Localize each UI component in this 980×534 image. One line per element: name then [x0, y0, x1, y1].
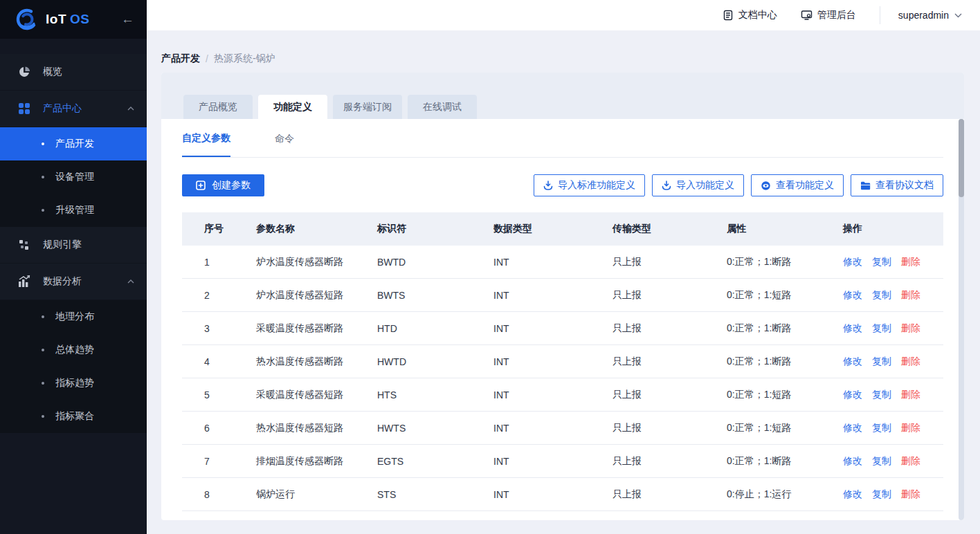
table-row: 7 排烟温度传感器断路 EGTS INT 只上报 0:正常；1:断路 修改 复制… — [182, 445, 943, 478]
copy-link[interactable]: 复制 — [872, 256, 891, 267]
cell-attribute: 0:正常；1:短路 — [711, 289, 825, 302]
sidebar-item-data-analysis[interactable]: 数据分析 — [0, 264, 147, 300]
sidebar-item-upgrade-management[interactable]: 升级管理 — [0, 194, 147, 227]
sidebar-item-product-development[interactable]: 产品开发 — [0, 127, 147, 160]
chevron-down-icon — [954, 13, 962, 18]
sidebar-item-device-management[interactable]: 设备管理 — [0, 160, 147, 194]
edit-link[interactable]: 修改 — [843, 389, 862, 400]
edit-link[interactable]: 修改 — [843, 455, 862, 466]
cell-identifier: HTD — [361, 323, 477, 334]
main-area: 文档中心 管理后台 superadmin 产品开发 / 热源系统-锅炉 产品概览… — [147, 0, 980, 534]
cell-index: 4 — [182, 356, 237, 367]
sidebar-item-product-center[interactable]: 产品中心 — [0, 91, 147, 127]
tab-product-overview[interactable]: 产品概览 — [183, 95, 253, 119]
sidebar-item-metric-trend[interactable]: 指标趋势 — [0, 367, 147, 400]
sidebar-item-label: 产品开发 — [55, 138, 94, 150]
delete-link[interactable]: 删除 — [901, 455, 920, 466]
toolbar: 创建参数 导入标准功能定义 导入功能定义 查看功能定 — [182, 174, 943, 196]
cell-identifier: EGTS — [361, 456, 477, 467]
col-data-type: 数据类型 — [477, 223, 595, 235]
copy-link[interactable]: 复制 — [872, 455, 891, 466]
doc-center-link[interactable]: 文档中心 — [723, 9, 777, 21]
vertical-scrollbar-thumb[interactable] — [959, 119, 964, 197]
delete-link[interactable]: 删除 — [901, 256, 920, 267]
create-parameter-button[interactable]: 创建参数 — [182, 174, 264, 196]
admin-console-link[interactable]: 管理后台 — [801, 9, 856, 21]
header-divider — [880, 6, 880, 24]
edit-link[interactable]: 修改 — [843, 422, 862, 433]
sidebar-item-label: 指标聚合 — [55, 410, 94, 423]
col-actions: 操作 — [825, 223, 938, 235]
cell-transfer-type: 只上报 — [595, 422, 711, 434]
edit-link[interactable]: 修改 — [843, 356, 862, 367]
cell-actions: 修改 复制 删除 — [825, 322, 938, 335]
cell-param-name: 炉水温度传感器断路 — [237, 256, 361, 268]
cell-index: 2 — [182, 290, 237, 301]
copy-link[interactable]: 复制 — [872, 322, 891, 333]
view-protocol-doc-button[interactable]: 查看协议文档 — [851, 174, 943, 196]
delete-link[interactable]: 删除 — [901, 389, 920, 400]
cell-identifier: BWTS — [361, 290, 477, 301]
delete-link[interactable]: 删除 — [901, 488, 920, 499]
copy-link[interactable]: 复制 — [872, 389, 891, 400]
edit-link[interactable]: 修改 — [843, 256, 862, 267]
copy-link[interactable]: 复制 — [872, 356, 891, 367]
cell-attribute: 0:正常；1:短路 — [711, 389, 825, 401]
view-definition-button[interactable]: 查看功能定义 — [751, 174, 844, 196]
cell-transfer-type: 只上报 — [595, 488, 711, 501]
delete-link[interactable]: 删除 — [901, 322, 920, 333]
chevron-up-icon — [127, 107, 134, 111]
subtab-bar: 自定义参数 命令 — [182, 119, 943, 158]
cell-actions: 修改 复制 删除 — [825, 455, 938, 468]
pie-chart-icon — [18, 66, 30, 78]
edit-link[interactable]: 修改 — [843, 322, 862, 333]
col-transfer-type: 传输类型 — [595, 223, 711, 235]
sidebar-item-label: 数据分析 — [43, 275, 82, 288]
sidebar-item-overall-trend[interactable]: 总体趋势 — [0, 333, 147, 367]
table-row: 1 炉水温度传感器断路 BWTD INT 只上报 0:正常；1:断路 修改 复制… — [182, 246, 943, 279]
cell-data-type: INT — [477, 290, 595, 301]
delete-link[interactable]: 删除 — [901, 289, 920, 300]
cell-index: 3 — [182, 323, 237, 334]
sidebar-item-overview[interactable]: 概览 — [0, 54, 147, 91]
tab-server-subscription[interactable]: 服务端订阅 — [333, 95, 402, 119]
delete-link[interactable]: 删除 — [901, 356, 920, 367]
sidebar-item-metric-aggregation[interactable]: 指标聚合 — [0, 400, 147, 433]
breadcrumb: 产品开发 / 热源系统-锅炉 — [147, 30, 980, 73]
user-menu[interactable]: superadmin — [898, 10, 962, 21]
view-definition-label: 查看功能定义 — [776, 179, 834, 192]
import-standard-definition-button[interactable]: 导入标准功能定义 — [534, 174, 645, 196]
copy-link[interactable]: 复制 — [872, 289, 891, 300]
cell-data-type: INT — [477, 489, 595, 500]
cell-index: 1 — [182, 257, 237, 268]
table-header-row: 序号 参数名称 标识符 数据类型 传输类型 属性 操作 — [182, 212, 943, 246]
subtab-custom-parameters[interactable]: 自定义参数 — [182, 120, 230, 157]
cell-data-type: INT — [477, 389, 595, 400]
cell-attribute: 0:停止；1:运行 — [711, 488, 825, 501]
edit-link[interactable]: 修改 — [843, 488, 862, 499]
breadcrumb-section[interactable]: 产品开发 — [161, 53, 200, 65]
cell-identifier: HWTS — [361, 423, 477, 434]
tab-function-definition[interactable]: 功能定义 — [258, 95, 327, 119]
tab-online-debug[interactable]: 在线调试 — [408, 95, 477, 119]
table-row: 3 采暖温度传感器断路 HTD INT 只上报 0:正常；1:断路 修改 复制 … — [182, 312, 943, 345]
sidebar-item-label: 规则引擎 — [43, 239, 82, 251]
import-icon — [543, 181, 553, 190]
bullet-icon — [42, 176, 44, 178]
subtab-commands[interactable]: 命令 — [275, 120, 294, 156]
cell-param-name: 热水温度传感器短路 — [237, 422, 361, 434]
copy-link[interactable]: 复制 — [872, 488, 891, 499]
sidebar-item-rule-engine[interactable]: 规则引擎 — [0, 227, 147, 264]
cell-param-name: 炉水温度传感器短路 — [237, 289, 361, 302]
sidebar-item-geographic-distribution[interactable]: 地理分布 — [0, 300, 147, 333]
import-definition-button[interactable]: 导入功能定义 — [652, 174, 744, 196]
sidebar-item-label: 地理分布 — [55, 311, 94, 323]
bullet-icon — [42, 415, 44, 418]
vertical-scrollbar-track[interactable] — [959, 119, 964, 520]
copy-link[interactable]: 复制 — [872, 422, 891, 433]
table-row: 6 热水温度传感器短路 HWTS INT 只上报 0:正常；1:短路 修改 复制… — [182, 412, 943, 445]
chevron-up-icon — [127, 279, 134, 284]
sidebar-collapse-icon[interactable]: ← — [121, 12, 134, 27]
edit-link[interactable]: 修改 — [843, 289, 862, 300]
delete-link[interactable]: 删除 — [901, 422, 920, 433]
